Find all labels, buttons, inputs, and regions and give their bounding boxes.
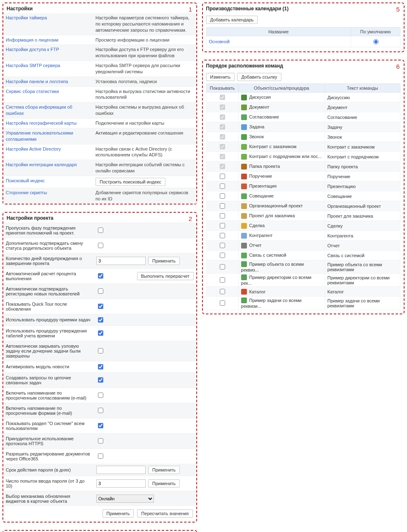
commands-table: Показывать Объект/ссылка/процедура Текст… [206, 84, 400, 310]
project-text-input[interactable] [96, 466, 146, 474]
settings-desc: Построить поисковый индекс [93, 176, 196, 188]
project-checkbox[interactable] [98, 228, 103, 233]
object-type-icon [241, 124, 247, 130]
object-type-icon [241, 105, 247, 110]
panel-badge: 1 [188, 6, 192, 13]
settings-link[interactable]: Настройки интеграции календаря [6, 162, 77, 167]
time-tracking-panel: 3 Настройка учета времени Изменить Справ… [2, 530, 197, 532]
apply-button[interactable]: Применить [148, 466, 180, 474]
project-checkbox[interactable] [98, 393, 103, 398]
object-type-icon [241, 134, 247, 140]
project-text-input[interactable] [96, 257, 146, 265]
command-text: Дискуссию [325, 93, 400, 102]
project-setting-label: Использовать процедуру утверждения табел… [3, 327, 94, 340]
command-text: Звонок [325, 132, 400, 142]
calendar-name-link[interactable]: Основной [206, 36, 351, 47]
command-text: Контрагента [325, 231, 400, 241]
object-type-icon [241, 193, 247, 199]
command-show-checkbox[interactable] [220, 203, 225, 209]
command-show-checkbox [220, 124, 225, 130]
object-type-icon [241, 164, 247, 170]
project-text-input[interactable] [96, 479, 146, 488]
settings-link[interactable]: Поисковый индекс [6, 178, 45, 183]
project-checkbox[interactable] [98, 408, 103, 413]
project-checkbox[interactable] [98, 453, 103, 459]
command-show-checkbox [220, 164, 225, 169]
settings-link[interactable]: Настройка географической карты [6, 121, 77, 125]
object-type-icon [241, 174, 247, 179]
apply-button[interactable]: Применить [148, 479, 180, 488]
command-object-label: Отчет [249, 243, 262, 248]
project-checkbox[interactable] [98, 243, 103, 248]
command-show-checkbox[interactable] [220, 264, 225, 269]
recalculate-values-button[interactable]: Пересчитать значения [137, 509, 193, 518]
object-type-icon [241, 144, 247, 150]
project-checkbox[interactable] [98, 348, 103, 353]
command-text: Документ [325, 102, 400, 112]
command-show-checkbox[interactable] [220, 174, 225, 179]
settings-link[interactable]: Информация о лицензии [6, 37, 58, 42]
command-show-checkbox[interactable] [220, 300, 225, 306]
command-show-checkbox[interactable] [220, 253, 225, 258]
project-checkbox[interactable] [98, 273, 103, 279]
command-show-checkbox[interactable] [220, 277, 225, 283]
project-checkbox[interactable] [98, 304, 103, 309]
project-checkbox[interactable] [98, 288, 103, 294]
object-type-icon [241, 253, 247, 258]
command-text: Организационный проект [325, 201, 400, 211]
command-show-checkbox[interactable] [220, 223, 225, 228]
commands-panel: 6 Порядок расположения команд Изменить Д… [202, 60, 405, 314]
project-setting-label: Автоматический расчет процента выполнени… [3, 269, 94, 283]
apply-button[interactable]: Применить [148, 257, 180, 265]
command-show-checkbox[interactable] [220, 193, 225, 199]
object-type-icon [241, 184, 247, 189]
calendar-default-radio[interactable] [373, 39, 379, 44]
panel-badge: 2 [188, 215, 192, 222]
settings-link[interactable]: Сторонние скрипты [6, 190, 47, 195]
settings-link[interactable]: Настройки доступа к FTP [6, 47, 59, 52]
project-checkbox[interactable] [98, 364, 103, 369]
execute-recalc-button[interactable]: Выполнить перерасчет [137, 272, 194, 280]
command-show-checkbox[interactable] [220, 184, 225, 189]
project-setting-label: Число попыток ввода пароля (от 3 до 10) [3, 477, 94, 490]
object-type-icon [241, 223, 247, 229]
project-checkbox[interactable] [98, 438, 103, 444]
settings-link[interactable]: Настройки таймера [6, 15, 47, 20]
command-show-checkbox[interactable] [220, 213, 225, 218]
settings-link[interactable]: Сервис сбора статистики [6, 89, 59, 94]
object-type-icon [241, 297, 247, 303]
widget-refresh-select[interactable]: Онлайн [96, 495, 154, 503]
project-checkbox[interactable] [98, 377, 103, 383]
command-object-label: Каталог [249, 289, 266, 294]
settings-desc: Настройка системы и выгрузка данных об о… [93, 102, 196, 118]
object-type-icon [241, 274, 247, 280]
command-text: Пример объекта со всеми реквизитами [325, 260, 400, 274]
apply-all-button[interactable]: Применить [102, 509, 134, 518]
settings-link[interactable]: Управление пользовательскими соглашениям… [6, 130, 73, 142]
settings-link[interactable]: Система сбора информации об ошибках [6, 105, 72, 116]
command-show-checkbox[interactable] [220, 233, 225, 238]
project-setting-label: Разрешить редактирование документов чере… [3, 450, 94, 463]
command-object-label: Контракт с заказчиком [249, 144, 297, 149]
settings-link[interactable]: Настройки Active Directory [6, 146, 61, 151]
command-text: Папку проекта [325, 162, 400, 172]
project-checkbox[interactable] [98, 423, 103, 428]
add-link-button[interactable]: Добавить ссылку [237, 73, 281, 81]
command-show-checkbox [220, 114, 225, 120]
command-object-label: Сделка [249, 223, 265, 228]
project-setting-label: Показывать раздел "О системе" всем польз… [3, 419, 94, 432]
command-show-checkbox[interactable] [220, 289, 225, 294]
edit-commands-button[interactable]: Изменить [206, 73, 235, 81]
project-checkbox[interactable] [98, 317, 103, 323]
command-object-label: Презентация [249, 184, 277, 189]
cmd-col-txt: Текст команды [325, 84, 400, 93]
project-setting-label: Автоматически закрывать узловую задачу е… [3, 342, 94, 360]
settings-link[interactable]: Настройки панели и логотипа [6, 79, 68, 84]
command-object-label: Поручение [249, 174, 272, 179]
build-index-button[interactable]: Построить поисковый индекс [95, 178, 165, 186]
add-calendar-button[interactable]: Добавить календарь [206, 16, 258, 24]
command-show-checkbox[interactable] [220, 243, 225, 248]
project-checkbox[interactable] [98, 330, 103, 336]
command-object-label: Документ [249, 105, 270, 110]
settings-link[interactable]: Настройка SMTP сервера [6, 63, 60, 68]
